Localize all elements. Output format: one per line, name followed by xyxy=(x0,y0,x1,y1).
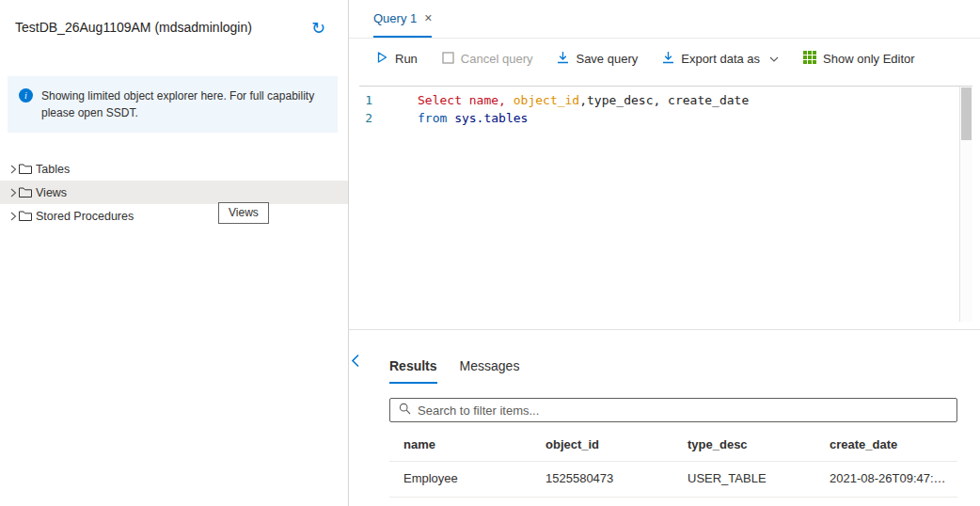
line-number: 1 xyxy=(359,91,372,109)
tab-results[interactable]: Results xyxy=(389,358,437,384)
object-tree: Tables Views Stored Procedures xyxy=(0,157,348,228)
save-query-label: Save query xyxy=(576,52,638,66)
tree-item-label: Views xyxy=(36,186,67,199)
column-header: name xyxy=(389,430,531,461)
table-cell: 2021-08-26T09:47:48.2... xyxy=(815,462,957,497)
line-number: 2 xyxy=(359,109,372,127)
export-data-label: Export data as xyxy=(681,52,760,66)
column-header: type_desc xyxy=(673,430,815,461)
run-button[interactable]: Run xyxy=(375,51,418,67)
query-toolbar: Run Cancel query Save query Export data … xyxy=(349,39,980,78)
tree-item-views[interactable]: Views xyxy=(0,181,348,204)
info-banner-text: Showing limited object explorer here. Fo… xyxy=(41,87,326,121)
results-section: Results Messages nameobject_idtype_descc… xyxy=(349,329,980,506)
table-row[interactable]: Employee1525580473USER_TABLE2021-08-26T0… xyxy=(389,462,957,498)
results-area: Results Messages nameobject_idtype_descc… xyxy=(349,330,980,498)
info-icon: i xyxy=(19,88,33,103)
sql-editor[interactable]: 12 Select name, object_id,type_desc, cre… xyxy=(359,86,972,322)
code-line: Select name, object_id,type_desc, create… xyxy=(418,91,959,109)
results-tabbar: Results Messages xyxy=(389,358,957,384)
close-icon[interactable]: × xyxy=(424,10,432,25)
filter-search-box xyxy=(389,398,957,422)
object-explorer-sidebar: TestDB_26Aug1109AM (mdsadminlogin) ↻ i S… xyxy=(0,0,349,506)
database-title: TestDB_26Aug1109AM (mdsadminlogin) xyxy=(15,20,252,35)
info-banner: i Showing limited object explorer here. … xyxy=(8,76,338,133)
save-query-button[interactable]: Save query xyxy=(557,51,638,67)
results-grid: nameobject_idtype_desccreate_date Employ… xyxy=(389,430,957,498)
tree-item-label: Tables xyxy=(36,163,70,176)
column-header: create_date xyxy=(815,430,957,461)
views-tooltip: Views xyxy=(218,202,269,224)
run-label: Run xyxy=(395,52,418,66)
chevron-right-icon xyxy=(9,165,17,174)
query-editor-main: Query 1 × Run Cancel query S xyxy=(349,0,980,506)
collapse-panel-icon[interactable] xyxy=(351,354,360,368)
chevron-right-icon xyxy=(9,188,17,198)
play-icon xyxy=(375,51,388,67)
results-body: Employee1525580473USER_TABLE2021-08-26T0… xyxy=(389,462,957,498)
download-icon xyxy=(662,51,674,67)
editor-gutter: 12 xyxy=(359,87,397,322)
code-line: from sys.tables xyxy=(418,109,959,127)
folder-icon xyxy=(19,187,32,198)
table-cell: USER_TABLE xyxy=(673,462,815,497)
tree-item-stored-procedures[interactable]: Stored Procedures xyxy=(0,204,348,228)
table-cell: Employee xyxy=(389,462,531,497)
cancel-query-label: Cancel query xyxy=(461,52,533,66)
show-only-editor-button[interactable]: Show only Editor xyxy=(803,51,915,67)
editor-code[interactable]: Select name, object_id,type_desc, create… xyxy=(397,87,959,322)
grid-icon xyxy=(803,51,816,67)
tab-label: Query 1 xyxy=(373,11,417,25)
app: TestDB_26Aug1109AM (mdsadminlogin) ↻ i S… xyxy=(0,0,980,506)
export-data-button[interactable]: Export data as xyxy=(662,51,779,67)
tree-item-tables[interactable]: Tables xyxy=(0,157,348,181)
search-icon xyxy=(399,402,411,419)
search-input[interactable] xyxy=(418,403,948,418)
tab-query-1[interactable]: Query 1 × xyxy=(373,0,432,38)
download-icon xyxy=(557,51,569,67)
chevron-down-icon xyxy=(769,56,779,62)
results-header-row: nameobject_idtype_desccreate_date xyxy=(389,430,957,462)
query-tabbar: Query 1 × xyxy=(349,0,980,39)
scrollbar-thumb[interactable] xyxy=(961,87,972,140)
column-header: object_id xyxy=(531,430,673,461)
cancel-query-button[interactable]: Cancel query xyxy=(442,52,533,67)
tree-item-label: Stored Procedures xyxy=(36,210,134,223)
table-cell: 1525580473 xyxy=(531,462,673,497)
editor-scrollbar[interactable] xyxy=(959,87,972,322)
show-only-editor-label: Show only Editor xyxy=(823,52,915,66)
chevron-right-icon xyxy=(9,212,17,221)
folder-icon xyxy=(19,211,32,221)
folder-icon xyxy=(19,164,32,174)
refresh-icon[interactable]: ↻ xyxy=(311,20,325,37)
sidebar-header: TestDB_26Aug1109AM (mdsadminlogin) ↻ xyxy=(0,0,348,37)
tab-messages[interactable]: Messages xyxy=(460,358,520,384)
stop-square-icon xyxy=(442,52,454,67)
